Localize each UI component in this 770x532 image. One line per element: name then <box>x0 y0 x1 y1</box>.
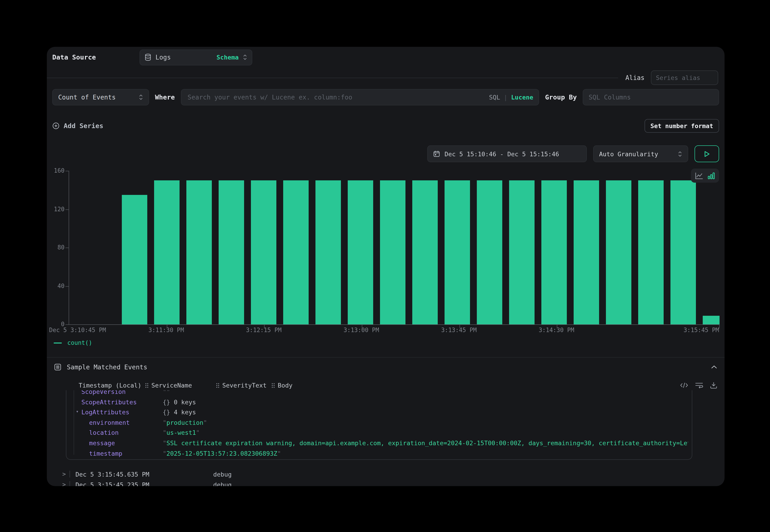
time-range-picker[interactable]: Dec 5 15:10:46 - Dec 5 15:15:46 <box>427 145 587 162</box>
log-attribute-row[interactable]: messageSSL certificate expiration warnin… <box>66 438 692 448</box>
drag-handle-icon[interactable] <box>271 382 275 388</box>
chart-bar <box>541 180 567 324</box>
expanded-event-body: ScopeVersionScopeAttributes{} 0 keys▾Log… <box>66 390 692 458</box>
download-icon[interactable] <box>710 382 717 389</box>
y-axis-tick <box>65 209 69 210</box>
log-attribute-row[interactable]: ScopeAttributes{} 0 keys <box>66 397 692 407</box>
schema-link[interactable]: Schema <box>216 54 239 61</box>
row-divider <box>70 471 70 477</box>
caret-down-icon: ▾ <box>76 409 79 414</box>
group-by-input[interactable] <box>583 89 719 105</box>
text-wrap-icon[interactable] <box>695 382 703 388</box>
log-attribute-row[interactable]: locationus-west1 <box>66 428 692 438</box>
drag-handle-icon[interactable] <box>145 382 149 388</box>
chart-bar <box>670 180 696 324</box>
aggregation-select[interactable]: Count of Events <box>52 89 149 105</box>
chevron-updown-icon <box>243 54 247 60</box>
bar-chart-icon[interactable] <box>708 172 715 179</box>
query-builder-card: Data Source Logs Schema <box>47 47 725 486</box>
drag-handle-icon[interactable] <box>216 382 219 388</box>
granularity-value: Auto Granularity <box>599 150 658 157</box>
time-range-value: Dec 5 15:10:46 - Dec 5 15:15:46 <box>445 150 559 157</box>
granularity-select[interactable]: Auto Granularity <box>593 145 688 162</box>
column-header-severitytext[interactable]: SeverityText <box>216 382 271 389</box>
data-source-select[interactable]: Logs Schema <box>139 49 252 65</box>
event-row[interactable]: >Dec 5 3:15:45.635 PMdebug <box>62 469 717 479</box>
events-section-title: Sample Matched Events <box>67 363 147 371</box>
x-axis-tick <box>719 325 720 328</box>
list-icon <box>54 363 61 371</box>
chart-type-toggle <box>691 169 719 183</box>
attribute-key: message <box>89 439 115 447</box>
chevron-updown-icon <box>678 151 682 157</box>
x-axis-tick-label: Dec 5 3:10:45 PM <box>49 327 106 333</box>
braces-icon: {} <box>163 398 174 405</box>
log-attribute-row[interactable]: ScopeVersion <box>66 390 692 397</box>
chart-bar <box>122 195 147 324</box>
log-attribute-row[interactable]: timestamp2025-12-05T13:57:23.082306893Z <box>66 448 692 458</box>
database-icon <box>144 54 151 61</box>
bar-chart: 04080120160 <box>69 171 720 325</box>
alias-row: Alias <box>47 70 718 85</box>
attribute-value: us-west1 <box>163 429 688 436</box>
chevron-right-icon: > <box>62 481 70 486</box>
events-table-header: Timestamp (Local) ServiceName <box>79 380 717 390</box>
alias-label: Alias <box>626 74 645 81</box>
legend-swatch <box>54 342 62 343</box>
series-alias-input[interactable] <box>651 70 718 85</box>
log-attribute-row[interactable]: ▾LogAttributes{} 4 keys <box>66 407 692 417</box>
attribute-key: ScopeVersion <box>81 390 126 395</box>
chart-bar <box>380 180 406 324</box>
where-label: Where <box>155 94 175 101</box>
y-axis-tick <box>65 324 69 325</box>
chart-bar <box>315 180 341 324</box>
chart-bar <box>412 180 438 324</box>
data-source-value: Logs <box>155 54 171 61</box>
series-actions-row: Add Series Set number format <box>52 119 719 133</box>
y-axis-tick <box>65 171 69 171</box>
attribute-value: {} 4 keys <box>163 408 688 416</box>
add-series-button[interactable]: Add Series <box>52 122 103 129</box>
sql-language-toggle[interactable]: SQL <box>489 94 500 101</box>
chevron-updown-icon <box>139 94 143 100</box>
event-row[interactable]: >Dec 5 3:15:45.235 PMdebug <box>62 479 717 486</box>
x-axis-labels: Dec 5 3:10:45 PM3:11:30 PM3:12:15 PM3:13… <box>69 326 719 335</box>
lucene-language-toggle[interactable]: Lucene <box>511 94 534 101</box>
column-header-body[interactable]: Body <box>271 382 680 389</box>
attribute-value: {} 0 keys <box>163 398 688 405</box>
row-divider <box>70 481 70 486</box>
chart-bar <box>509 180 535 324</box>
chart-bar <box>445 180 470 324</box>
attribute-value: production <box>163 419 688 426</box>
run-query-button[interactable] <box>695 145 719 162</box>
add-series-label: Add Series <box>64 122 103 129</box>
search-input[interactable] <box>187 93 485 101</box>
attribute-key: location <box>89 429 119 436</box>
attribute-value <box>163 390 688 395</box>
collapse-section-icon[interactable] <box>711 365 717 369</box>
chart-bar <box>703 316 720 324</box>
column-header-servicename[interactable]: ServiceName <box>145 382 216 389</box>
y-axis-tick <box>65 286 69 286</box>
chart-bar <box>638 180 664 324</box>
x-axis-tick-label: 3:12:15 PM <box>246 327 281 333</box>
plus-circle-icon <box>52 122 60 129</box>
view-code-icon[interactable] <box>680 382 688 388</box>
chart-bar <box>348 180 373 324</box>
time-controls-row: Dec 5 15:10:46 - Dec 5 15:15:46 Auto Gra… <box>47 145 719 162</box>
chart-bar <box>283 180 309 324</box>
column-header-timestamp[interactable]: Timestamp (Local) <box>79 382 145 389</box>
query-row: Count of Events Where SQL | Lucene Group… <box>52 89 719 105</box>
chart-bar <box>219 180 244 324</box>
x-axis-tick-label: 3:11:30 PM <box>148 327 184 333</box>
events-section-header: Sample Matched Events <box>54 362 717 372</box>
section-divider <box>47 357 725 358</box>
data-source-row: Data Source Logs Schema <box>52 49 719 65</box>
chart-bar <box>574 180 599 324</box>
braces-icon: {} <box>163 408 174 416</box>
log-attribute-row[interactable]: environmentproduction <box>66 418 692 428</box>
set-number-format-button[interactable]: Set number format <box>645 119 719 133</box>
attribute-value: 2025-12-05T13:57:23.082306893Z <box>163 450 688 457</box>
line-chart-icon[interactable] <box>695 172 703 179</box>
y-axis-tick-label: 80 <box>47 244 65 251</box>
